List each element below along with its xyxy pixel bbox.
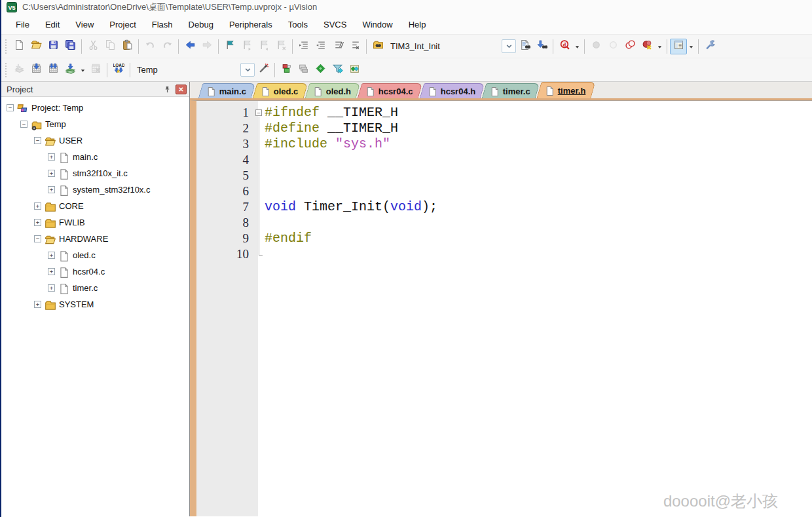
undo-button[interactable] xyxy=(141,39,158,54)
expand-icon[interactable]: + xyxy=(48,284,55,292)
expand-icon[interactable]: + xyxy=(48,153,55,161)
indent-button[interactable] xyxy=(295,39,312,54)
code-line-10[interactable]: 10 xyxy=(196,246,812,262)
incremental-find-button[interactable] xyxy=(533,39,550,54)
window-layout-button[interactable] xyxy=(670,39,687,54)
copy-button[interactable] xyxy=(101,39,119,54)
comment-button[interactable] xyxy=(329,39,346,54)
options-for-target-button[interactable] xyxy=(255,62,272,78)
insert-breakpoint-button[interactable] xyxy=(587,39,604,54)
batch-build-dropdown[interactable] xyxy=(79,62,87,78)
code-line-4[interactable]: 4 xyxy=(196,152,812,168)
search-combo[interactable]: TIM3_Int_Init xyxy=(386,41,499,51)
kill-all-breakpoints-button[interactable] xyxy=(638,39,655,54)
code-line-5[interactable]: 5 xyxy=(196,168,812,183)
tree-item-main-c[interactable]: +main.c xyxy=(1,149,189,165)
tree-item-system[interactable]: +SYSTEM xyxy=(1,296,189,313)
tab-timer-c[interactable]: timer.c xyxy=(482,83,540,98)
window-layout-dropdown[interactable] xyxy=(687,39,695,54)
debug-dropdown[interactable] xyxy=(573,39,581,54)
stop-build-button[interactable] xyxy=(87,62,104,78)
menu-item-debug[interactable]: Debug xyxy=(181,17,221,32)
tab-oled-c[interactable]: oled.c xyxy=(253,83,308,98)
manage-rte-button[interactable] xyxy=(278,62,295,78)
save-button[interactable] xyxy=(45,39,62,54)
tab-hcsr04-h[interactable]: hcsr04.h xyxy=(420,83,485,98)
code-line-2[interactable]: 2#define __TIMER_H xyxy=(196,121,812,136)
paste-button[interactable] xyxy=(119,39,136,54)
tree-item-fwlib[interactable]: +FWLIB xyxy=(1,214,189,231)
expand-icon[interactable]: + xyxy=(34,301,41,308)
tree-item-system-stm32f10x-c[interactable]: +system_stm32f10x.c xyxy=(1,182,189,198)
code-line-3[interactable]: 3#include "sys.h" xyxy=(196,136,812,152)
disable-all-breakpoints-button[interactable] xyxy=(621,39,638,54)
tree-item-timer-c[interactable]: +timer.c xyxy=(1,280,189,296)
select-packs-button[interactable] xyxy=(329,62,346,78)
tree-item-oled-c[interactable]: +oled.c xyxy=(1,247,189,263)
tree-item-user[interactable]: −USER xyxy=(1,132,189,149)
tab-hcsr04-c[interactable]: hcsr04.c xyxy=(358,83,422,98)
toolbar-grip[interactable] xyxy=(4,39,9,54)
expand-icon[interactable]: + xyxy=(48,186,55,193)
tree-item-core[interactable]: +CORE xyxy=(1,198,189,214)
tab-oled-h[interactable]: oled.h xyxy=(304,83,360,98)
code-line-1[interactable]: 1−#ifndef __TIMER_H xyxy=(196,105,812,121)
menu-item-window[interactable]: Window xyxy=(354,17,400,32)
batch-build-button[interactable] xyxy=(62,62,79,78)
save-all-button[interactable] xyxy=(62,39,79,54)
tree-item-hcsr04-c[interactable]: +hcsr04.c xyxy=(1,263,189,280)
rebuild-button[interactable] xyxy=(45,62,62,78)
menu-item-tools[interactable]: Tools xyxy=(280,17,316,32)
expand-icon[interactable]: + xyxy=(34,219,41,226)
tab-main-c[interactable]: main.c xyxy=(198,83,256,98)
target-combo-arrow[interactable] xyxy=(240,63,255,77)
fold-collapse-icon[interactable]: − xyxy=(254,105,265,121)
collapse-icon[interactable]: − xyxy=(20,121,28,128)
collapse-icon[interactable]: − xyxy=(34,235,41,242)
start-stop-debug-button[interactable]: d xyxy=(556,39,573,54)
expand-icon[interactable]: + xyxy=(48,268,55,275)
menu-item-peripherals[interactable]: Peripherals xyxy=(221,17,280,32)
tree-item-project-temp[interactable]: −Project: Temp xyxy=(1,100,189,116)
tree-item-temp[interactable]: −Temp xyxy=(1,116,189,132)
menu-item-file[interactable]: File xyxy=(8,17,37,32)
tree-item-stm32f10x-it-c[interactable]: +stm32f10x_it.c xyxy=(1,165,189,182)
load-flash-button[interactable]: LOAD xyxy=(110,62,127,78)
search-combo-arrow[interactable] xyxy=(502,39,516,53)
new-file-button[interactable] xyxy=(10,39,28,54)
find-in-files-dialog-button[interactable] xyxy=(516,39,533,54)
tree-item-hardware[interactable]: −HARDWARE xyxy=(1,231,189,247)
manage-books-button[interactable] xyxy=(295,62,312,78)
target-combo[interactable]: Temp xyxy=(133,65,238,75)
menu-item-view[interactable]: View xyxy=(67,17,101,32)
configure-tools-button[interactable] xyxy=(701,39,718,54)
menu-item-flash[interactable]: Flash xyxy=(144,17,181,32)
code-line-8[interactable]: 8 xyxy=(196,215,812,231)
redo-button[interactable] xyxy=(158,39,175,54)
navigate-back-button[interactable] xyxy=(181,39,198,54)
code-line-7[interactable]: 7void Timer_Init(void); xyxy=(196,199,812,215)
cut-button[interactable] xyxy=(84,39,101,54)
translate-button[interactable] xyxy=(10,62,28,78)
tab-timer-h[interactable]: timer.h xyxy=(537,82,596,98)
collapse-icon[interactable]: − xyxy=(7,104,14,111)
find-in-files-button[interactable] xyxy=(369,39,386,54)
unindent-button[interactable] xyxy=(312,39,329,54)
bookmark-next-button[interactable] xyxy=(238,39,255,54)
code-line-9[interactable]: 9#endif xyxy=(196,231,812,246)
toolbar-grip[interactable] xyxy=(4,63,9,77)
pin-icon[interactable] xyxy=(161,84,173,95)
breakpoint-dropdown[interactable] xyxy=(655,39,664,54)
expand-icon[interactable]: + xyxy=(48,170,55,177)
code-line-6[interactable]: 6 xyxy=(196,183,812,199)
navigate-forward-button[interactable] xyxy=(198,39,215,54)
build-button[interactable] xyxy=(28,62,45,78)
code-editor[interactable]: 1−#ifndef __TIMER_H2#define __TIMER_H3#i… xyxy=(190,100,812,516)
bookmark-prev-button[interactable] xyxy=(255,39,272,54)
enable-disable-breakpoint-button[interactable] xyxy=(604,39,621,54)
bookmark-toggle-button[interactable] xyxy=(221,39,238,54)
open-file-button[interactable] xyxy=(28,39,45,54)
pack-installer-button[interactable] xyxy=(312,62,329,78)
expand-icon[interactable]: + xyxy=(34,202,41,210)
menu-item-edit[interactable]: Edit xyxy=(37,17,67,32)
